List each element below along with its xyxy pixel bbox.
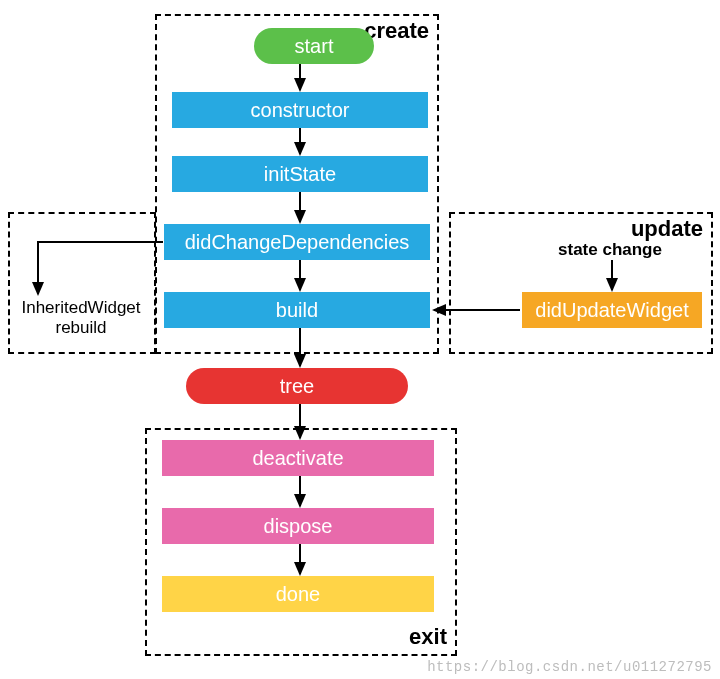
initstate-node: initState xyxy=(172,156,428,192)
inherited-l2: rebuild xyxy=(55,318,106,337)
build-node: build xyxy=(164,292,430,328)
tree-node: tree xyxy=(186,368,408,404)
build-text: build xyxy=(276,300,318,320)
deactivate-node: deactivate xyxy=(162,440,434,476)
exit-label: exit xyxy=(409,624,447,650)
update-label: update xyxy=(631,216,703,242)
didchangedeps-node: didChangeDependencies xyxy=(164,224,430,260)
didupdatewidget-node: didUpdateWidget xyxy=(522,292,702,328)
create-label: create xyxy=(364,18,429,44)
constructor-node: constructor xyxy=(172,92,428,128)
deactivate-text: deactivate xyxy=(252,448,343,468)
inherited-rebuild-label: InheritedWidget rebuild xyxy=(12,298,150,337)
didchangedeps-text: didChangeDependencies xyxy=(185,232,410,252)
state-change-label: state change xyxy=(540,240,680,260)
done-node: done xyxy=(162,576,434,612)
dispose-text: dispose xyxy=(264,516,333,536)
tree-text: tree xyxy=(280,376,314,396)
didupdatewidget-text: didUpdateWidget xyxy=(535,300,688,320)
done-text: done xyxy=(276,584,321,604)
constructor-text: constructor xyxy=(251,100,350,120)
update-panel: update xyxy=(449,212,713,354)
lifecycle-diagram: create update exit start constructor ini… xyxy=(0,0,720,679)
state-change-text: state change xyxy=(558,240,662,259)
start-text: start xyxy=(295,36,334,56)
dispose-node: dispose xyxy=(162,508,434,544)
initstate-text: initState xyxy=(264,164,336,184)
start-node: start xyxy=(254,28,374,64)
watermark: https://blog.csdn.net/u011272795 xyxy=(427,659,712,675)
inherited-l1: InheritedWidget xyxy=(21,298,140,317)
